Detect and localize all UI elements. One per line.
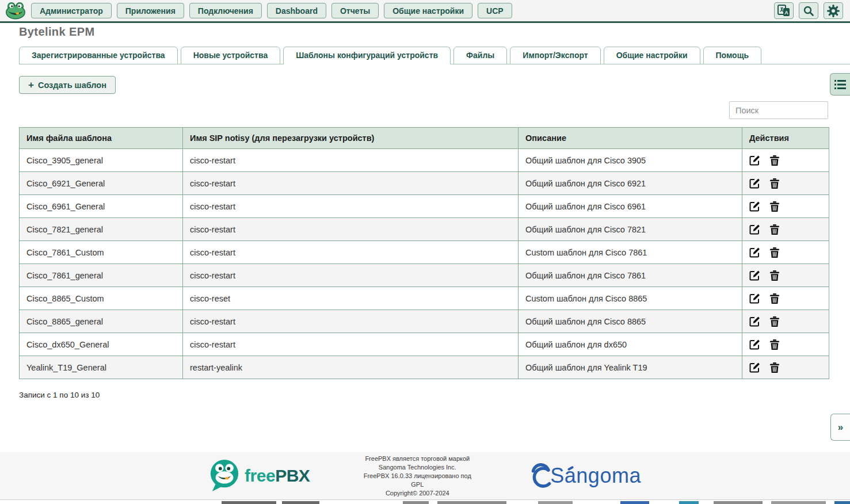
table-body: Cisco_3905_general cisco-restart Общий ш… (20, 149, 829, 379)
sip-notify-cell: cisco-reset (183, 287, 519, 310)
svg-text:A: A (784, 10, 788, 16)
tab-6[interactable]: Помощь (703, 47, 762, 64)
template-name-cell: Cisco_dx650_General (20, 333, 183, 356)
table-row: Cisco_dx650_General cisco-restart Общий … (20, 333, 829, 356)
tab-1[interactable]: Новые устройства (181, 47, 281, 64)
table-row: Cisco_7821_general cisco-restart Общий ш… (20, 218, 829, 241)
edit-icon[interactable] (749, 247, 760, 258)
cutoff-fragment (403, 501, 429, 504)
edit-icon[interactable] (749, 270, 760, 281)
edit-icon[interactable] (749, 339, 760, 350)
sip-notify-cell: cisco-restart (183, 241, 519, 264)
column-header-template-name[interactable]: Имя файла шаблона (20, 128, 183, 149)
language-translate-icon: A (777, 5, 790, 17)
templates-table: Имя файла шаблона Имя SIP notisy (для пе… (19, 127, 829, 379)
description-cell: Общий шаблон для Cisco 6921 (519, 172, 742, 195)
magnifier-icon (803, 5, 814, 17)
actions-cell (742, 172, 829, 195)
freepbx-frog-logo[interactable] (5, 2, 26, 20)
table-row: Cisco_6921_General cisco-restart Общий ш… (20, 172, 829, 195)
delete-icon[interactable] (770, 316, 779, 327)
cutoff-content-strip (0, 499, 850, 504)
table-row: Cisco_8865_general cisco-restart Общий ш… (20, 310, 829, 333)
description-cell: Общий шаблон для dx650 (519, 333, 742, 356)
footer: freePBX FreePBX является торговой маркой… (0, 452, 850, 499)
search-input[interactable] (729, 101, 828, 119)
language-button[interactable]: A (774, 2, 794, 19)
cutoff-fragment (282, 501, 319, 504)
topbar: АдминистраторПриложенияПодключенияDashbo… (0, 0, 850, 23)
topbar-icons: A (769, 2, 843, 19)
gear-icon (827, 5, 840, 17)
delete-icon[interactable] (770, 293, 779, 304)
delete-icon[interactable] (770, 201, 779, 212)
plus-icon: + (28, 79, 34, 91)
topbar-menu-item-4[interactable]: Отчеты (331, 3, 379, 18)
delete-icon[interactable] (770, 362, 779, 373)
actions-cell (742, 195, 829, 218)
delete-icon[interactable] (770, 178, 779, 189)
expand-panel-button[interactable]: » (830, 414, 850, 441)
cutoff-fragment (771, 501, 826, 504)
description-cell: Custom шаблон для Cisco 8865 (519, 287, 742, 310)
topbar-menu-item-0[interactable]: Администратор (31, 3, 112, 18)
delete-icon[interactable] (770, 339, 779, 350)
page: АдминистраторПриложенияПодключенияDashbo… (0, 0, 850, 504)
edit-icon[interactable] (749, 155, 760, 166)
delete-icon[interactable] (770, 155, 779, 166)
table-header-row: Имя файла шаблона Имя SIP notisy (для пе… (20, 128, 829, 149)
description-cell: Общий шаблон для Cisco 8865 (519, 310, 742, 333)
table-row: Yealink_T19_General restart-yealink Общи… (20, 356, 829, 379)
tab-3[interactable]: Файлы (453, 47, 507, 64)
delete-icon[interactable] (770, 224, 779, 235)
delete-icon[interactable] (770, 247, 779, 258)
frog-icon (5, 2, 26, 20)
sip-notify-cell: cisco-restart (183, 218, 519, 241)
template-name-cell: Cisco_6961_General (20, 195, 183, 218)
search-button[interactable] (799, 2, 818, 19)
template-name-cell: Cisco_7861_Custom (20, 241, 183, 264)
column-header-sip-notify[interactable]: Имя SIP notisy (для перезагрузки устройс… (183, 128, 519, 149)
topbar-menu-item-5[interactable]: Общие настройки (384, 3, 472, 18)
table-row: Cisco_7861_general cisco-restart Общий ш… (20, 264, 829, 287)
settings-button[interactable] (824, 2, 843, 19)
edit-icon[interactable] (749, 178, 760, 189)
topbar-menu-item-6[interactable]: UCP (478, 3, 512, 18)
template-name-cell: Cisco_7821_general (20, 218, 183, 241)
create-template-button[interactable]: + Создать шаблон (19, 76, 116, 94)
topbar-menu-item-3[interactable]: Dashboard (267, 3, 326, 18)
topbar-menu-item-2[interactable]: Подключения (189, 3, 262, 18)
edit-icon[interactable] (749, 201, 760, 212)
tab-0[interactable]: Зарегистрированные устройства (19, 47, 178, 64)
description-cell: Общий шаблон для Cisco 7861 (519, 264, 742, 287)
sip-notify-cell: cisco-restart (183, 195, 519, 218)
actions-cell (742, 310, 829, 333)
tab-2[interactable]: Шаблоны конфигураций устройств (283, 47, 451, 64)
cutoff-fragment (620, 501, 649, 504)
description-cell: Общий шаблон для Yealink T19 (519, 356, 742, 379)
create-template-label: Создать шаблон (38, 81, 106, 90)
column-header-description[interactable]: Описание (519, 128, 742, 149)
template-name-cell: Cisco_8865_Custom (20, 287, 183, 310)
edit-icon[interactable] (749, 224, 760, 235)
sip-notify-cell: cisco-restart (183, 172, 519, 195)
edit-icon[interactable] (749, 316, 760, 327)
footer-line: Sangoma Technologies Inc. (340, 463, 495, 472)
page-title: Bytelink EPM (19, 25, 95, 39)
actions-cell (742, 287, 829, 310)
description-cell: Custom шаблон для Cisco 7861 (519, 241, 742, 264)
column-header-actions: Действия (742, 128, 829, 149)
delete-icon[interactable] (770, 270, 779, 281)
sip-notify-cell: cisco-restart (183, 333, 519, 356)
topbar-menu-item-1[interactable]: Приложения (117, 3, 184, 18)
tab-4[interactable]: Импорт/Экспорт (510, 47, 600, 64)
actions-cell (742, 218, 829, 241)
sangoma-wordmark: Sangoma (550, 464, 641, 488)
sip-notify-cell: cisco-restart (183, 149, 519, 172)
list-view-button[interactable] (830, 73, 850, 96)
sip-notify-cell: cisco-restart (183, 264, 519, 287)
footer-copyright: FreePBX является торговой маркой Sangoma… (340, 455, 495, 498)
edit-icon[interactable] (749, 362, 760, 373)
edit-icon[interactable] (749, 293, 760, 304)
tab-5[interactable]: Общие настройки (604, 47, 700, 64)
